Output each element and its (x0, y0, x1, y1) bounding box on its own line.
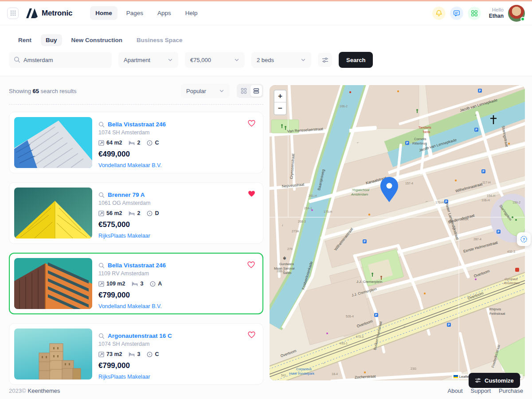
listing-photo[interactable] (14, 188, 92, 239)
search-icon (98, 121, 105, 128)
svg-text:261-H: 261-H (309, 194, 317, 197)
svg-text:159-2: 159-2 (512, 201, 520, 204)
results-column: Showing 65 search results Popular (9, 84, 263, 385)
favorite-button[interactable] (247, 261, 255, 271)
search-button[interactable]: Search (339, 52, 373, 68)
results-count: 65 (33, 88, 39, 94)
header: Metronic Home Pages Apps Help (0, 1, 532, 25)
listing-title[interactable]: Argonautenstraat 16 C (108, 332, 172, 339)
search-icon (98, 262, 105, 269)
help-button[interactable]: ? (517, 232, 531, 246)
main-nav: Home Pages Apps Help (90, 6, 203, 20)
listing-card-selected[interactable]: Bella Vistastraat 246 1109 RV Amsterdam … (9, 253, 263, 314)
beds-select[interactable]: 2 beds (251, 52, 311, 68)
sort-select[interactable]: Popular (181, 84, 230, 98)
svg-text:P: P (475, 128, 477, 131)
list-view-button[interactable] (250, 85, 262, 97)
notifications-button[interactable] (432, 7, 446, 20)
messages-button[interactable] (450, 7, 463, 20)
listing-area: 56 m2 (106, 210, 122, 216)
svg-text:103A: 103A (461, 218, 469, 221)
svg-text:Amsterdam: Amsterdam (351, 192, 368, 196)
tab-business-space[interactable]: Business Space (132, 34, 188, 46)
listing-area: 109 m2 (106, 281, 125, 287)
svg-text:106-H: 106-H (481, 199, 490, 202)
zoom-out-button[interactable]: − (274, 102, 286, 114)
location-search (9, 52, 112, 68)
more-filters-button[interactable] (318, 53, 332, 67)
listing-photo[interactable] (14, 117, 92, 168)
listing-title[interactable]: Bella Vistastraat 246 (108, 262, 166, 269)
location-search-input[interactable] (9, 52, 112, 68)
listing-card[interactable]: Argonautenstraat 16 C 1074 SH Amsterdam … (9, 323, 263, 385)
svg-text:166-2: 166-2 (340, 105, 348, 108)
svg-text:526-4: 526-4 (346, 315, 354, 318)
listing-address: 1074 SH Amsterdam (98, 341, 172, 347)
map[interactable]: ← ← → ← → ← P P P P P P P P P (270, 85, 525, 380)
listing-title[interactable]: Bella Vistastraat 246 (108, 121, 166, 128)
listing-energy: D (155, 210, 159, 216)
svg-text:287-4: 287-4 (473, 238, 481, 241)
company-link[interactable]: Keenthemes (28, 387, 60, 394)
chat-icon (453, 10, 460, 17)
chevron-down-icon (234, 57, 239, 63)
favorite-button[interactable] (247, 331, 256, 341)
property-type-select[interactable]: Apartment (118, 52, 178, 68)
listing-address: 1061 OG Amsterdam (98, 200, 159, 206)
tab-new-construction[interactable]: New Construction (66, 34, 128, 46)
tab-buy[interactable]: Buy (41, 34, 62, 46)
listing-agency[interactable]: RijksPlaats Makelaar (98, 233, 159, 239)
svg-text:P: P (375, 313, 377, 317)
app-launcher-button[interactable] (7, 8, 19, 19)
listing-photo[interactable] (14, 329, 92, 379)
svg-text:273A: 273A (292, 230, 299, 233)
bed-icon (132, 281, 138, 286)
svg-text:Gymbase: Gymbase (505, 278, 518, 281)
footer-link-support[interactable]: Support (471, 387, 491, 394)
area-icon (98, 352, 104, 357)
favorite-button[interactable] (247, 119, 256, 129)
svg-text:170-H: 170-H (435, 201, 444, 204)
price-select[interactable]: €75,000 (185, 52, 245, 68)
sliders-icon (475, 377, 481, 383)
listing-beds: 3 (137, 351, 140, 357)
area-icon (98, 140, 104, 146)
svg-text:279: 279 (287, 247, 293, 250)
listing-agency[interactable]: RijksPlaats Makelaar (98, 374, 172, 380)
svg-text:264-1: 264-1 (304, 207, 312, 210)
listing-photo[interactable] (14, 258, 92, 309)
search-panel: Rent Buy New Construction Business Space… (0, 25, 532, 76)
search-icon (98, 192, 105, 198)
brand-logo[interactable]: Metronic (26, 8, 72, 18)
svg-text:J.J. Cremerplein: J.J. Cremerplein (356, 280, 382, 284)
svg-text:Rhijnvis: Rhijnvis (489, 307, 501, 311)
svg-text:541: 541 (281, 374, 286, 377)
copyright: 2023©Keenthemes (9, 387, 60, 394)
nav-item-home[interactable]: Home (90, 6, 117, 20)
nav-item-help[interactable]: Help (180, 6, 203, 20)
listing-agency[interactable]: Vondelland Makelaar B.V. (98, 162, 166, 168)
svg-text:Cornelis: Cornelis (414, 137, 426, 141)
customize-button[interactable]: Customize (469, 373, 520, 388)
bell-icon (435, 10, 442, 17)
tab-rent[interactable]: Rent (13, 34, 36, 46)
zoom-in-button[interactable]: + (274, 90, 286, 102)
listing-title[interactable]: Brenner 79 A (108, 192, 145, 198)
listing-address: 1074 SH Amsterdam (98, 129, 166, 136)
listing-card[interactable]: Bella Vistastraat 246 1074 SH Amsterdam … (9, 112, 263, 173)
view-toggle (237, 84, 263, 98)
grid-view-button[interactable] (238, 85, 250, 97)
bed-icon (129, 352, 135, 357)
footer-link-purchase[interactable]: Purchase (499, 387, 523, 394)
listing-card[interactable]: Brenner 79 A 1061 OG Amsterdam 56 m2 2 D… (9, 182, 263, 244)
nav-item-apps[interactable]: Apps (152, 6, 176, 20)
nav-item-pages[interactable]: Pages (121, 6, 149, 20)
listing-address: 1109 RV Amsterdam (98, 270, 166, 277)
avatar[interactable] (508, 5, 525, 22)
favorite-button-active[interactable] (247, 190, 256, 200)
listing-agency[interactable]: Vondelland Makelaar B.V. (98, 303, 166, 309)
apps-button[interactable] (468, 7, 481, 20)
svg-text:175-H: 175-H (324, 210, 332, 213)
footer-link-about[interactable]: About (448, 387, 463, 394)
svg-text:Hotel Vondelpark: Hotel Vondelpark (289, 372, 314, 376)
